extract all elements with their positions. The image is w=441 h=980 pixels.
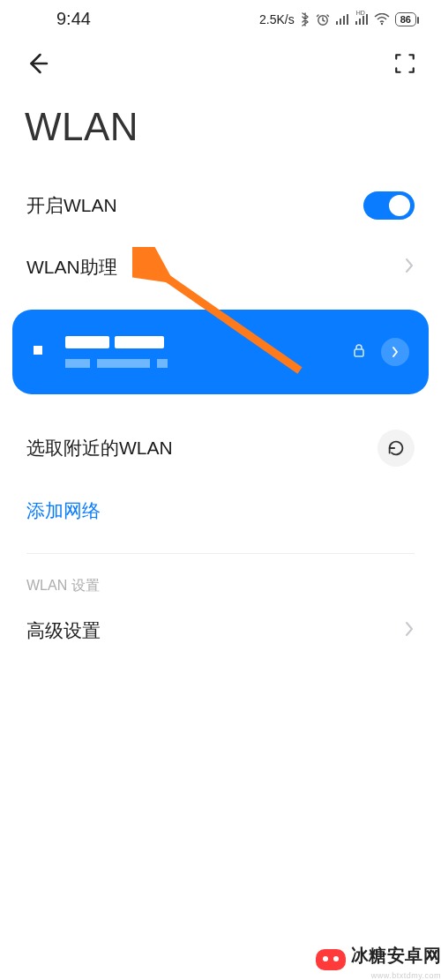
chevron-right-icon xyxy=(391,346,400,358)
wifi-connected-icon xyxy=(32,342,48,362)
back-icon xyxy=(25,50,51,77)
row-advanced-settings[interactable]: 高级设置 xyxy=(0,601,441,661)
lock-icon xyxy=(353,343,365,361)
chevron-right-icon xyxy=(404,619,415,642)
watermark: 冰糖安卓网 www.btxtdmy.com xyxy=(316,944,442,975)
alarm-icon xyxy=(316,12,330,26)
network-details-button[interactable] xyxy=(381,338,409,366)
scan-button[interactable] xyxy=(393,52,416,79)
wlan-settings-section-label: WLAN 设置 xyxy=(0,554,441,601)
back-button[interactable] xyxy=(25,50,51,80)
status-right-cluster: 2.5K/s HD 86 xyxy=(259,12,416,26)
bluetooth-icon xyxy=(300,12,310,26)
watermark-text: 冰糖安卓网 xyxy=(351,946,442,965)
signal-icon-2: HD xyxy=(355,13,369,26)
chevron-right-icon xyxy=(404,256,415,279)
svg-rect-3 xyxy=(355,349,363,356)
nearby-networks-label: 选取附近的WLAN xyxy=(26,436,173,460)
scan-icon xyxy=(393,52,416,75)
advanced-settings-label: 高级设置 xyxy=(26,618,101,643)
wifi-icon xyxy=(374,13,390,26)
watermark-url: www.btxtdmy.com xyxy=(371,971,441,980)
status-time: 9:44 xyxy=(25,9,91,29)
wlan-toggle[interactable] xyxy=(363,191,415,220)
row-enable-wlan[interactable]: 开启WLAN xyxy=(0,174,441,237)
nearby-networks-header: 选取附近的WLAN xyxy=(0,407,441,479)
signal-icon xyxy=(335,13,349,26)
wlan-assistant-label: WLAN助理 xyxy=(26,255,117,280)
header-row xyxy=(0,34,441,91)
add-network-button[interactable]: 添加网络 xyxy=(0,479,441,553)
status-bar: 9:44 2.5K/s HD 86 xyxy=(0,0,441,34)
connected-network-card[interactable] xyxy=(12,310,429,394)
enable-wlan-label: 开启WLAN xyxy=(26,193,117,218)
battery-indicator: 86 xyxy=(395,12,416,26)
network-name-block xyxy=(65,336,168,368)
svg-rect-2 xyxy=(34,346,42,355)
svg-point-1 xyxy=(381,22,383,24)
network-speed: 2.5K/s xyxy=(259,12,295,26)
watermark-logo-icon xyxy=(316,949,346,970)
refresh-button[interactable] xyxy=(377,430,415,467)
refresh-icon xyxy=(386,438,406,458)
page-title: WLAN xyxy=(0,91,441,174)
row-wlan-assistant[interactable]: WLAN助理 xyxy=(0,237,441,297)
